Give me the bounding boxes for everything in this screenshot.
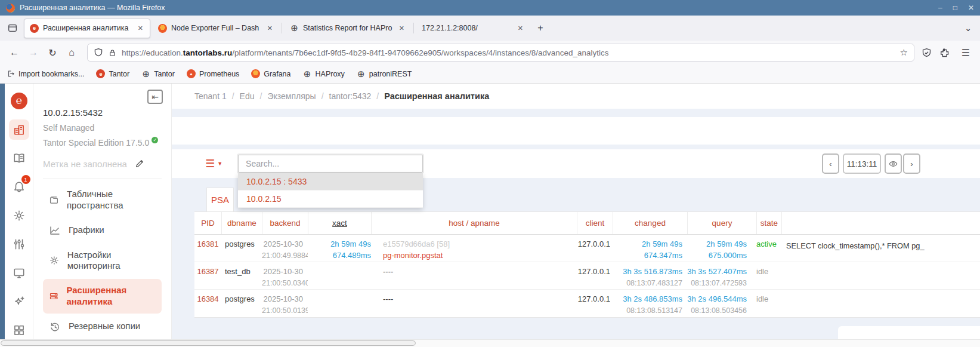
watch-toggle-button[interactable] (885, 153, 902, 174)
list-all-tabs-icon[interactable]: ⌄ (960, 20, 976, 36)
close-button[interactable]: ✕ (968, 4, 974, 12)
rail-item-ai[interactable] (9, 291, 29, 312)
col-header-xact[interactable]: xact (308, 212, 371, 234)
rail-item-instances[interactable] (9, 119, 29, 140)
instance-label-row: Метка не заполнена (43, 158, 162, 169)
monitor-icon (13, 266, 26, 280)
page-content: ℮ 1 (0, 84, 980, 347)
col-header-changed[interactable]: changed (613, 212, 687, 234)
eye-icon (888, 159, 898, 169)
backend-cell: 2025-10-3021:00:50.034022 (262, 262, 308, 289)
menu-icon[interactable]: ☰ (957, 44, 974, 61)
bookmark-tantor-2[interactable]: ⊕ Tantor (141, 69, 175, 78)
edit-pencil-icon[interactable] (134, 158, 145, 169)
col-header-state[interactable]: state (756, 212, 781, 234)
dropdown-item-host[interactable]: 10.0.2.15 (238, 191, 423, 208)
titlebar: Расширенная аналитика — Mozilla Firefox … (0, 0, 980, 16)
tab-haproxy-stats[interactable]: ⊕ Statistics Report for HAPro ✕ (285, 19, 411, 38)
rail-item-apps[interactable] (9, 320, 29, 340)
forward-button[interactable]: → (25, 44, 42, 61)
tab-close-icon[interactable]: ✕ (137, 24, 144, 32)
tab-close-icon[interactable]: ✕ (517, 24, 524, 32)
bookmark-star-icon[interactable]: ☆ (900, 47, 908, 58)
firefox-view-icon[interactable] (4, 19, 21, 37)
col-header-pid[interactable]: PID (194, 212, 221, 234)
table-row[interactable]: 16387 test_db 2025-10-3021:00:50.034022 … (194, 262, 980, 290)
shield-icon[interactable] (94, 48, 103, 57)
notification-badge: 1 (21, 175, 30, 184)
grid-icon (13, 324, 26, 337)
sidebar-item-charts[interactable]: Графики (43, 219, 162, 242)
back-button[interactable]: ← (6, 44, 23, 61)
reload-button[interactable]: ↻ (44, 44, 61, 61)
search-input[interactable] (238, 155, 423, 173)
tab-node-exporter[interactable]: Node Exporter Full – Dash ✕ (153, 19, 279, 38)
rail-item-notifications[interactable]: 1 (9, 177, 29, 197)
col-header-query[interactable]: query (687, 212, 756, 234)
col-header-client[interactable]: client (577, 212, 613, 234)
tab-patroni[interactable]: 172.21.1.2:8008/ ✕ (416, 19, 530, 38)
rail-item-docs[interactable] (9, 148, 29, 168)
label-placeholder: Метка не заполнена (43, 159, 127, 169)
sliders-icon (13, 238, 26, 251)
xact-cell (308, 262, 371, 289)
maximize-button[interactable]: □ (953, 4, 957, 12)
time-controls: ‹ 11:13:11 › (822, 153, 920, 174)
bookmark-tantor[interactable]: e Tantor (96, 69, 129, 78)
instance-managed-type: Self Managed (43, 123, 162, 133)
lock-icon[interactable] (108, 48, 117, 57)
dbname-cell: test_db (221, 262, 262, 289)
globe-icon: ⊕ (357, 69, 366, 78)
tab-psa[interactable]: PSA (206, 188, 234, 211)
tab-close-icon[interactable]: ✕ (398, 24, 406, 32)
rail-item-console[interactable] (9, 263, 29, 283)
bottom-right-panel (838, 326, 980, 339)
col-header-host-apname[interactable]: host / apname (371, 212, 577, 234)
rail-item-parameters[interactable] (9, 234, 29, 254)
breadcrumb-tenant[interactable]: Tenant 1 (194, 91, 227, 101)
breadcrumb-instances[interactable]: Экземпляры (267, 91, 316, 101)
sidebar-item-backups[interactable]: Резервные копии (43, 315, 162, 339)
pid-cell: 16381 (194, 235, 221, 262)
host-apname-cell: ---- (371, 262, 577, 289)
shield-check-icon[interactable] (922, 48, 932, 58)
col-header-dbname[interactable]: dbname (221, 212, 262, 234)
horizontal-scrollbar-thumb[interactable] (1, 340, 416, 346)
prev-time-button[interactable]: ‹ (822, 153, 839, 174)
list-icon: ☰ (205, 158, 215, 169)
url-text[interactable]: https://education.tantorlabs.ru/platform… (122, 48, 895, 57)
view-list-button[interactable]: ☰ ▼ (205, 158, 222, 169)
rail-item-settings[interactable] (9, 205, 29, 226)
extensions-icon[interactable] (940, 48, 950, 58)
query-text-cell (781, 290, 980, 317)
bookmark-prometheus[interactable]: ▲ Prometheus (187, 69, 239, 78)
bookmark-grafana[interactable]: Grafana (251, 69, 290, 78)
query-text-cell: SELECT clock_timestamp(),* FROM pg_ (781, 235, 980, 262)
next-time-button[interactable]: › (903, 153, 920, 174)
new-tab-button[interactable]: + (532, 20, 549, 36)
building-icon (13, 123, 26, 136)
sidebar-item-monitoring-settings[interactable]: Настройки мониторинга (43, 244, 162, 278)
breadcrumb-instance[interactable]: tantor:5432 (329, 91, 372, 101)
breadcrumb-workspace[interactable]: Edu (240, 91, 255, 101)
tab-advanced-analytics[interactable]: e Расширенная аналитика ✕ (24, 19, 150, 38)
home-button[interactable]: ⌂ (63, 44, 80, 61)
table-row[interactable]: 16384 postgres 2025-10-3021:00:50.013979… (194, 290, 980, 317)
tantor-logo[interactable]: ℮ (9, 91, 29, 111)
time-field[interactable]: 11:13:11 (843, 153, 881, 174)
bookmark-patronirest[interactable]: ⊕ patroniREST (357, 69, 412, 78)
sidebar-item-advanced-analytics[interactable]: Расширенная аналитика (43, 279, 162, 314)
tab-bar: e Расширенная аналитика ✕ Node Exporter … (0, 16, 980, 41)
bookmark-haproxy[interactable]: ⊕ HAProxy (303, 69, 345, 78)
minimize-button[interactable]: – (938, 4, 942, 12)
sidebar-item-tablespaces[interactable]: Табличные пространства (43, 183, 162, 217)
col-header-backend[interactable]: backend (262, 212, 308, 234)
bookmark-import[interactable]: Import bookmarks... (7, 70, 84, 78)
table-row[interactable]: 16381 postgres 2025-10-3021:00:49.988482… (194, 235, 980, 262)
collapse-sidebar-icon[interactable]: ⇤ (147, 90, 163, 104)
chart-line-icon (49, 225, 61, 237)
tab-close-icon[interactable]: ✕ (266, 24, 274, 32)
dropdown-item-5433[interactable]: 10.0.2.15 : 5433 (238, 173, 423, 191)
globe-icon: ⊕ (141, 69, 150, 78)
url-bar[interactable]: https://education.tantorlabs.ru/platform… (87, 44, 914, 62)
